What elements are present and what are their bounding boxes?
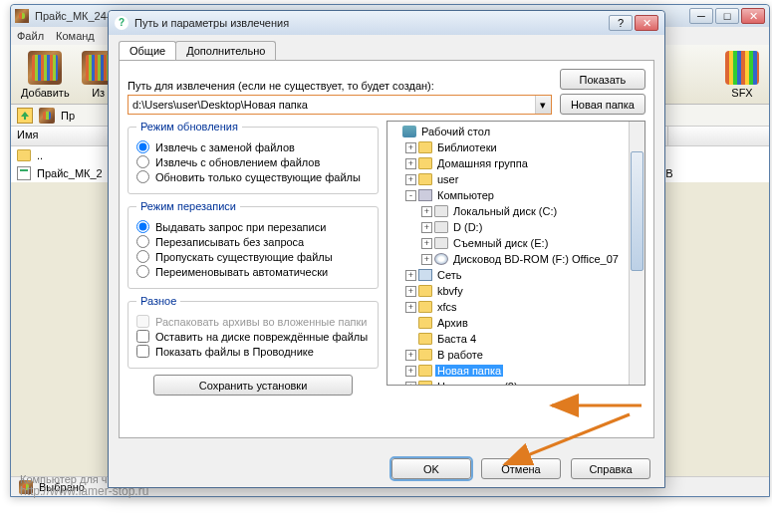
dialog-tabs: Общие Дополнительно: [119, 41, 654, 60]
tree-label: Новая папка: [435, 365, 503, 377]
tree-expander[interactable]: +: [421, 206, 432, 217]
misc-c1: Распаковать архивы во вложенные папки: [136, 315, 370, 328]
misc-c3[interactable]: Показать файлы в Проводнике: [136, 345, 370, 358]
tree-scrollbar[interactable]: [629, 122, 644, 385]
tree-label: Домашняя группа: [435, 157, 530, 169]
tree-expander[interactable]: +: [405, 366, 416, 377]
nav-path: Пр: [61, 110, 75, 122]
tree-expander[interactable]: +: [421, 238, 432, 249]
update-r2[interactable]: Извлечь с обновлением файлов: [136, 155, 370, 168]
close-button[interactable]: ✕: [741, 8, 765, 24]
misc-group: Разное Распаковать архивы во вложенные п…: [128, 295, 379, 369]
minimize-button[interactable]: ─: [689, 8, 713, 24]
toolbar-sfx[interactable]: SFX: [725, 51, 759, 99]
show-button[interactable]: Показать: [560, 69, 645, 90]
tree-expander[interactable]: +: [405, 302, 416, 313]
drive-icon: [434, 221, 448, 233]
file-icon: [17, 166, 31, 180]
newfolder-button[interactable]: Новая папка: [560, 94, 645, 115]
update-r3[interactable]: Обновить только существующие файлы: [136, 170, 370, 183]
folder-icon: [418, 333, 432, 345]
tree-node[interactable]: Архив: [389, 315, 644, 331]
dialog-title: Путь и параметры извлечения: [134, 17, 609, 29]
tree-node[interactable]: +Съемный диск (E:): [389, 235, 644, 251]
nav-up-button[interactable]: [17, 108, 33, 124]
scroll-thumb[interactable]: [631, 151, 643, 271]
tree-expander[interactable]: +: [421, 254, 432, 265]
dialog-close-button[interactable]: ✕: [635, 15, 658, 31]
menu-commands[interactable]: Команд: [56, 30, 95, 42]
maximize-button[interactable]: □: [715, 8, 739, 24]
tree-node[interactable]: +D (D:): [389, 219, 644, 235]
dialog-titlebar: ? Путь и параметры извлечения ? ✕: [109, 11, 664, 35]
drive-icon: [434, 205, 448, 217]
tree-expander[interactable]: +: [421, 222, 432, 233]
folder-icon: [418, 349, 432, 361]
tree-node[interactable]: Рабочий стол: [389, 124, 644, 139]
ok-button[interactable]: OK: [391, 458, 471, 479]
disc-icon: [434, 253, 448, 265]
tree-node[interactable]: +Локальный диск (C:): [389, 203, 644, 219]
add-icon: [28, 51, 62, 85]
tree-node[interactable]: +Библиотеки: [389, 139, 644, 155]
ow-r1[interactable]: Выдавать запрос при перезаписи: [136, 220, 370, 233]
toolbar-add[interactable]: Добавить: [21, 51, 70, 99]
tree-expander[interactable]: +: [405, 174, 416, 185]
save-settings-button[interactable]: Сохранить установки: [153, 375, 353, 396]
folder-icon: [418, 365, 432, 377]
folder-icon: [418, 381, 432, 385]
tree-label: Сеть: [435, 269, 463, 281]
tree-expander[interactable]: +: [405, 270, 416, 281]
update-mode-group: Режим обновления Извлечь с заменой файло…: [128, 121, 379, 194]
tree-label: Съемный диск (E:): [451, 237, 550, 249]
tree-node[interactable]: +user: [389, 171, 644, 187]
tree-expander[interactable]: +: [405, 382, 416, 386]
tree-label: В работе: [435, 349, 485, 361]
tab-general[interactable]: Общие: [119, 41, 176, 60]
path-label: Путь для извлечения (если не существует,…: [128, 80, 552, 92]
update-r1[interactable]: Извлечь с заменой файлов: [136, 140, 370, 153]
drive-icon: [434, 237, 448, 249]
path-dropdown-icon[interactable]: ▾: [535, 96, 551, 114]
ow-r4[interactable]: Переименовывать автоматически: [136, 265, 370, 278]
tree-label: Новая папка (2): [435, 381, 520, 385]
tree-expander[interactable]: +: [405, 158, 416, 169]
tree-node[interactable]: +xfcs: [389, 299, 644, 315]
folder-icon: [418, 317, 432, 329]
tree-label: user: [435, 173, 460, 185]
ow-r3[interactable]: Пропускать существующие файлы: [136, 250, 370, 263]
tree-node[interactable]: Баста 4: [389, 331, 644, 347]
menu-file[interactable]: Файл: [17, 30, 44, 42]
tree-expander[interactable]: +: [405, 350, 416, 361]
tree-node[interactable]: +В работе: [389, 347, 644, 363]
tree-label: Архив: [435, 317, 470, 329]
tree-node[interactable]: +Домашняя группа: [389, 155, 644, 171]
tree-node[interactable]: +Новая папка: [389, 363, 644, 379]
folder-tree[interactable]: Рабочий стол+Библиотеки+Домашняя группа+…: [386, 121, 645, 386]
tree-node[interactable]: +kbvfy: [389, 283, 644, 299]
desktop-icon: [402, 126, 416, 137]
tree-label: Баста 4: [435, 333, 478, 345]
tree-expander[interactable]: +: [405, 142, 416, 153]
tree-expander[interactable]: +: [405, 286, 416, 297]
folder-icon: [418, 301, 432, 313]
path-input[interactable]: [129, 96, 535, 114]
tree-label: Компьютер: [435, 189, 496, 201]
folder-icon: [17, 149, 31, 161]
folder-icon: [418, 157, 432, 169]
help-button[interactable]: Справка: [571, 458, 650, 479]
tree-node[interactable]: +Сеть: [389, 267, 644, 283]
tree-node[interactable]: +Новая папка (2): [389, 379, 644, 385]
ow-r2[interactable]: Перезаписывать без запроса: [136, 235, 370, 248]
tree-node[interactable]: +Дисковод BD-ROM (F:) Office_07: [389, 251, 644, 267]
tree-node[interactable]: -Компьютер: [389, 187, 644, 203]
misc-c2[interactable]: Оставить на диске повреждённые файлы: [136, 330, 370, 343]
tab-advanced[interactable]: Дополнительно: [175, 41, 276, 60]
path-combobox[interactable]: ▾: [128, 95, 552, 115]
dialog-help-button[interactable]: ?: [609, 15, 633, 31]
folder-icon: [418, 173, 432, 185]
net-icon: [418, 269, 432, 281]
tree-expander[interactable]: -: [405, 190, 416, 201]
folder-icon: [418, 141, 432, 153]
cancel-button[interactable]: Отмена: [481, 458, 561, 479]
